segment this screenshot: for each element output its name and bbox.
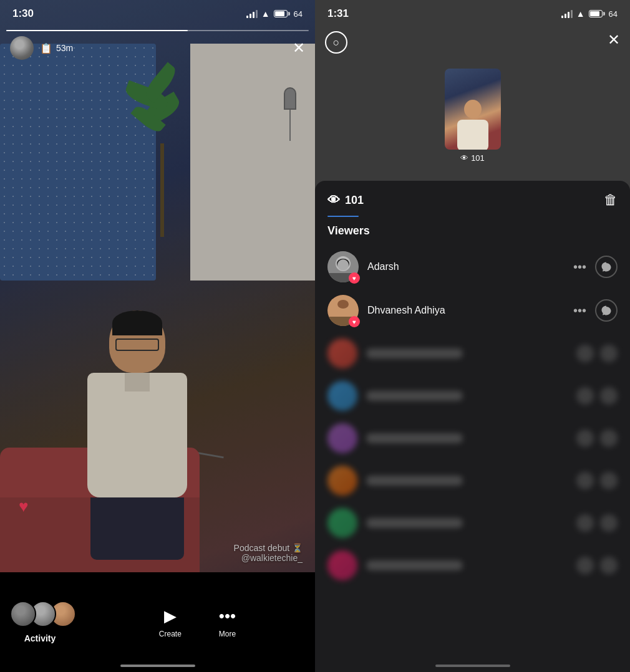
create-label: Create — [159, 630, 182, 638]
viewer-more-2[interactable]: ••• — [573, 304, 586, 318]
blurred-viewer-1 — [327, 332, 618, 375]
battery-label-left: 64 — [294, 9, 303, 19]
blurred-viewer-6 — [327, 544, 618, 587]
messenger-icon-2[interactable] — [595, 299, 618, 322]
thumbnail-view-count: 👁 101 — [445, 153, 501, 163]
close-icon-right[interactable]: ✕ — [608, 31, 620, 49]
panel-divider — [327, 216, 359, 217]
story-overlay — [0, 0, 315, 672]
activity-avatars — [10, 601, 70, 627]
notebook-icon: 📋 — [40, 42, 52, 54]
battery-label-right: 64 — [609, 9, 618, 19]
panel-header: 👁 101 🗑 — [315, 181, 630, 213]
status-icons-left: ▲ 64 — [246, 9, 303, 19]
blurred-viewer-2 — [327, 375, 618, 417]
more-button[interactable]: ••• More — [219, 607, 236, 638]
delete-story-button[interactable]: 🗑 — [604, 192, 618, 208]
story-avatar[interactable] — [10, 36, 34, 60]
story-close-button[interactable]: ✕ — [293, 39, 305, 57]
svg-point-3 — [337, 259, 349, 271]
view-count-display: 👁 101 — [327, 193, 364, 208]
battery-left — [274, 10, 290, 17]
time-right: 1:31 — [327, 7, 349, 20]
home-indicator-left — [120, 665, 195, 667]
story-meta: 📋 53m — [40, 42, 73, 54]
status-bar-left: 1:30 ▲ 64 — [0, 0, 315, 27]
create-icon: ▶ — [164, 607, 177, 626]
wifi-icon-left: ▲ — [261, 9, 270, 19]
activity-avatar-1 — [10, 601, 36, 627]
viewers-panel: 👁 101 🗑 Viewers ♥ — [315, 181, 630, 672]
story-thumbnail-wrapper: 👁 101 — [445, 69, 501, 163]
blurred-viewer-3 — [327, 417, 618, 459]
blurred-viewer-5 — [327, 502, 618, 544]
activity-section[interactable]: Activity — [0, 591, 80, 653]
blurred-viewer-4 — [327, 459, 618, 502]
view-count-thumbnail: 101 — [471, 153, 485, 163]
story-thumbnail-image — [445, 69, 501, 150]
svg-point-7 — [337, 300, 349, 309]
more-icon: ••• — [219, 607, 236, 626]
signal-bars-left — [246, 10, 258, 18]
heart-badge-2: ♥ — [349, 316, 360, 327]
left-panel: Podcast debut ⏳ @walkietechie_ ♥ 1:30 ▲ … — [0, 0, 315, 672]
add-story-icon[interactable]: ○ — [325, 31, 347, 54]
story-time: 53m — [56, 43, 73, 53]
home-indicator-right — [435, 665, 510, 667]
viewer-item-2: ♥ Dhvanesh Adhiya ••• — [315, 289, 630, 332]
eye-icon-thumbnail: 👁 — [460, 153, 468, 163]
battery-right — [589, 10, 605, 17]
story-header: 📋 53m ✕ — [0, 31, 315, 65]
viewer-avatar-wrap-1: ♥ — [327, 251, 359, 282]
viewer-name-2: Dhvanesh Adhiya — [367, 305, 573, 316]
story-thumbnail-area: 👁 101 — [315, 31, 630, 181]
bottom-icons: ▶ Create ••• More — [80, 607, 315, 638]
more-label: More — [219, 630, 236, 638]
viewer-item-1: ♥ Adarsh ••• — [315, 245, 630, 289]
messenger-icon-1[interactable] — [595, 256, 618, 278]
status-bar-right: 1:31 ▲ 64 — [315, 0, 630, 27]
eye-icon-panel: 👁 — [327, 193, 340, 208]
status-icons-right: ▲ 64 — [561, 9, 618, 19]
activity-label: Activity — [24, 633, 56, 643]
bottom-bar-left: Activity ▶ Create ••• More — [0, 572, 315, 672]
wifi-icon-right: ▲ — [576, 9, 585, 19]
signal-bars-right — [561, 10, 573, 18]
view-count-panel: 101 — [345, 194, 364, 207]
viewer-more-1[interactable]: ••• — [573, 260, 586, 274]
blurred-viewers-section — [315, 332, 630, 587]
viewer-avatar-wrap-2: ♥ — [327, 295, 359, 326]
create-button[interactable]: ▶ Create — [159, 607, 182, 638]
viewers-label: Viewers — [315, 224, 630, 245]
viewer-name-1: Adarsh — [367, 261, 573, 272]
top-icons-right: ○ ✕ — [325, 31, 620, 54]
right-panel: 1:31 ▲ 64 ○ ✕ — [315, 0, 630, 672]
time-left: 1:30 — [12, 7, 34, 20]
heart-badge-1: ♥ — [349, 272, 360, 284]
